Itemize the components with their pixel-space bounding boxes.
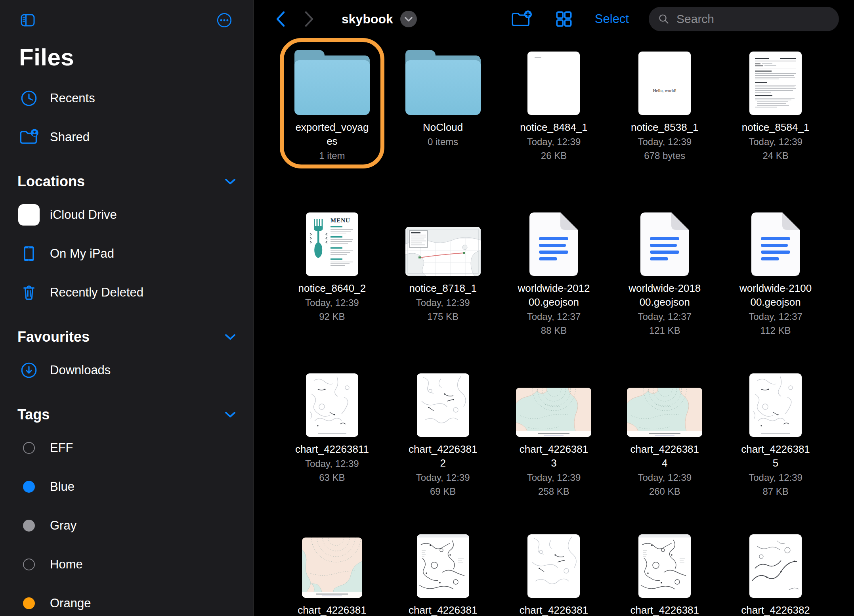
file-chart-42263815[interactable]: chart_42263815Today, 12:3987 KB [720,360,831,521]
file-name-label: NoCloud [423,121,463,134]
sidebar-item-label: Recents [50,91,95,105]
file-date-label: Today, 12:39 [749,136,802,148]
chevron-down-icon [400,11,417,27]
tag-color-dot [23,481,35,493]
new-folder-button[interactable] [510,9,533,29]
file-chart-42263813[interactable]: chart_42263813Today, 12:39258 KB [499,360,609,521]
file-date-label: Today, 12:37 [527,310,581,323]
file-thumbnail [638,534,691,598]
sidebar-tag-gray[interactable]: Gray [17,514,236,537]
file-name-label: notice_8538_1 [631,121,699,134]
thumbnail-text: Hello, world! [638,88,691,93]
file-chart-4226381[interactable]: chart_4226381 [609,521,720,616]
file-worldwide-210000-geojson[interactable]: worldwide-210000.geojsonToday, 12:37112 … [720,199,831,360]
back-button[interactable] [274,10,286,28]
file-chart-4226381[interactable]: chart_4226381 [499,521,609,616]
file-name-label: chart_42263813 [517,442,590,470]
file-name-label: chart_4226381 [630,603,699,616]
file-date-label: Today, 12:39 [749,471,802,484]
folder-icon [294,55,370,115]
file-name-label: worldwide-210000.geojson [739,281,812,309]
file-name-label: chart_42263815 [739,442,812,470]
sidebar-tag-orange[interactable]: Orange [17,592,236,615]
sidebar-item-recents[interactable]: Recents [17,87,236,110]
file-chart-42263811[interactable]: chart_42263811Today, 12:3963 KB [277,360,388,521]
file-items-count: 1 item [319,149,345,162]
file-notice-8538-1[interactable]: Hello, world!notice_8538_1Today, 12:3967… [609,38,720,199]
chevron-down-icon[interactable] [225,333,236,341]
file-notice-8484-1[interactable]: notice_8484_1Today, 12:3926 KB [499,38,609,199]
file-thumbnail [417,373,469,437]
more-options-button[interactable] [215,11,233,29]
sidebar-item-label: Shared [50,130,90,144]
sidebar-toggle-button[interactable] [18,11,37,29]
sidebar-item-shared[interactable]: Shared [17,126,236,149]
file-size-label: 87 KB [762,485,788,498]
file-size-label: 112 KB [760,324,791,337]
sidebar-item-on-my-ipad[interactable]: On My iPad [17,242,236,265]
file-notice-8640-2[interactable]: MENUnotice_8640_2Today, 12:3992 KB [277,199,388,360]
file-size-label: 26 KB [541,149,567,162]
file-chart-42263814[interactable]: chart_42263814Today, 12:39260 KB [609,360,720,521]
sidebar-tag-home[interactable]: Home [17,553,236,576]
file-name-label: chart_42263814 [628,442,701,470]
title-menu-button[interactable] [400,11,417,27]
sidebar-tag-blue[interactable]: Blue [17,475,236,498]
file-size-label: 69 KB [430,485,456,498]
file-chart-4226381[interactable]: chart_4226381 [388,521,499,616]
file-size-label: 175 KB [427,310,459,323]
file-thumbnail [527,534,580,598]
file-thumbnail [527,52,580,115]
file-notice-8584-1[interactable]: notice_8584_1Today, 12:3924 KB [720,38,831,199]
file-chart-4226382[interactable]: chart_4226382 [720,521,831,616]
file-chart-4226381[interactable]: chart_4226381 [277,521,388,616]
sidebar-item-icloud-drive[interactable]: iCloud Drive [17,203,236,226]
folder-icon [405,55,481,115]
shared-folder-icon [17,126,40,149]
file-name-label: notice_8484_1 [520,121,588,134]
file-thumbnail [751,212,800,276]
sidebar-tag-eff[interactable]: EFF [17,436,236,459]
file-date-label: Today, 12:39 [416,471,470,484]
ipad-icon [17,242,40,265]
chevron-down-icon[interactable] [225,178,236,185]
tag-color-dot [23,520,35,532]
file-thumbnail [640,212,689,276]
file-name-label: chart_42263811 [295,442,369,456]
file-exported-voyages[interactable]: exported_voyages1 item [277,38,388,199]
section-header-label: Tags [17,406,50,423]
file-size-label: 63 KB [319,471,345,484]
file-chart-42263812[interactable]: chart_42263812Today, 12:3969 KB [388,360,499,521]
file-date-label: Today, 12:39 [305,457,359,470]
tag-label: Blue [50,480,75,494]
grid-view-icon [554,9,574,29]
file-thumbnail [417,534,469,598]
file-nocloud[interactable]: NoCloud0 items [388,38,499,199]
sidebar-item-recently-deleted[interactable]: Recently Deleted [17,281,236,304]
file-worldwide-201200-geojson[interactable]: worldwide-201200.geojsonToday, 12:3788 K… [499,199,609,360]
file-worldwide-201800-geojson[interactable]: worldwide-201800.geojsonToday, 12:37121 … [609,199,720,360]
select-button[interactable]: Select [592,11,631,27]
sidebar-section-tags[interactable]: Tags [17,406,236,423]
file-name-label: notice_8718_1 [409,281,477,295]
sidebar-section-locations[interactable]: Locations [17,173,236,190]
sidebar-section-favourites[interactable]: Favourites [17,329,236,345]
file-name-label: worldwide-201200.geojson [517,281,590,309]
search-input[interactable] [676,12,830,26]
main-content: skybook [254,0,854,616]
file-name-label: worldwide-201800.geojson [628,281,701,309]
section-header-label: Favourites [17,329,90,345]
tag-label: Orange [50,596,91,610]
grid-view-button[interactable] [554,9,574,29]
file-name-label: notice_8640_2 [298,281,366,295]
sidebar-item-downloads[interactable]: Downloads [17,359,236,382]
ellipsis-circle-icon [215,11,233,29]
file-date-label: Today, 12:37 [749,310,802,323]
chevron-down-icon[interactable] [225,411,236,418]
search-field[interactable] [649,7,839,31]
file-notice-8718-1[interactable]: notice_8718_1Today, 12:39175 KB [388,199,499,360]
file-thumbnail [749,52,802,115]
file-name-label: notice_8584_1 [742,121,810,134]
forward-button[interactable] [304,10,315,28]
chevron-back-icon [274,10,286,28]
